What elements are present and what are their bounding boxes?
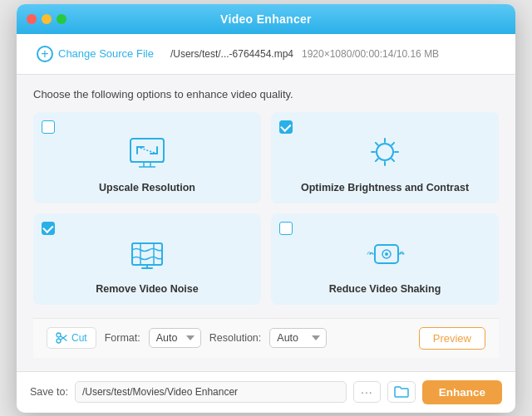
dots-button[interactable]: ··· bbox=[353, 381, 381, 403]
checkbox-noise[interactable] bbox=[42, 222, 55, 235]
brightness-label: Optimize Brightness and Contrast bbox=[301, 182, 469, 193]
change-source-button[interactable]: + Change Source File bbox=[30, 42, 160, 66]
file-path: /Users/test/...-6764454.mp4 bbox=[170, 48, 293, 60]
svg-line-16 bbox=[392, 159, 394, 161]
change-source-label: Change Source File bbox=[58, 47, 154, 60]
titlebar: Video Enhancer bbox=[17, 4, 515, 34]
checkbox-upscale[interactable] bbox=[42, 120, 55, 134]
svg-line-17 bbox=[392, 142, 394, 144]
cut-button[interactable]: Cut bbox=[47, 327, 96, 349]
window-controls bbox=[27, 14, 66, 24]
svg-point-26 bbox=[385, 252, 388, 256]
shaking-label: Reduce Video Shaking bbox=[329, 283, 441, 295]
resolution-select[interactable]: Auto 1080p 720p 480p 360p bbox=[269, 328, 327, 348]
noise-label: Remove Video Noise bbox=[96, 283, 198, 295]
cut-label: Cut bbox=[71, 332, 87, 344]
app-window: Video Enhancer + Change Source File /Use… bbox=[17, 4, 515, 413]
save-path-input[interactable] bbox=[75, 381, 347, 403]
option-upscale: Upscale Resolution bbox=[33, 112, 261, 203]
save-to-label: Save to: bbox=[30, 386, 68, 398]
window-title: Video Enhancer bbox=[220, 12, 312, 26]
checkbox-brightness[interactable] bbox=[279, 120, 293, 134]
option-brightness: Optimize Brightness and Contrast bbox=[271, 112, 499, 203]
close-button[interactable] bbox=[27, 14, 37, 24]
option-noise: Remove Video Noise bbox=[33, 213, 261, 305]
svg-line-15 bbox=[376, 142, 378, 144]
svg-point-28 bbox=[57, 339, 61, 343]
maximize-button[interactable] bbox=[57, 14, 66, 24]
folder-button[interactable] bbox=[387, 381, 416, 403]
main-content: Choose the following options to enhance … bbox=[17, 75, 515, 371]
minimize-button[interactable] bbox=[42, 14, 52, 24]
resolution-label: Resolution: bbox=[209, 332, 262, 344]
bottom-bar: Save to: ··· Enhance bbox=[17, 371, 515, 413]
instruction-text: Choose the following options to enhance … bbox=[33, 88, 499, 100]
upscale-icon bbox=[126, 135, 169, 175]
svg-line-9 bbox=[137, 147, 157, 154]
option-shaking: Reduce Video Shaking bbox=[271, 213, 499, 305]
svg-rect-19 bbox=[132, 243, 162, 265]
format-select[interactable]: Auto MP4 MOV AVI MKV bbox=[149, 328, 201, 348]
preview-button[interactable]: Preview bbox=[419, 327, 485, 350]
enhance-button[interactable]: Enhance bbox=[422, 380, 502, 404]
file-meta: 1920×1080/00:00:14/10.16 MB bbox=[302, 48, 439, 60]
svg-point-27 bbox=[57, 333, 61, 337]
file-info: /Users/test/...-6764454.mp4 1920×1080/00… bbox=[170, 48, 502, 60]
options-grid: Upscale Resolution bbox=[33, 112, 499, 305]
noise-icon bbox=[126, 237, 169, 277]
folder-icon bbox=[394, 385, 409, 399]
checkbox-shaking[interactable] bbox=[279, 222, 293, 235]
svg-line-18 bbox=[376, 159, 378, 161]
scissors-icon bbox=[56, 332, 67, 344]
upscale-label: Upscale Resolution bbox=[99, 182, 195, 193]
plus-circle-icon: + bbox=[37, 46, 53, 62]
format-label: Format: bbox=[105, 332, 140, 344]
toolbar: + Change Source File /Users/test/...-676… bbox=[17, 34, 515, 75]
shaking-icon bbox=[363, 237, 406, 277]
brightness-icon bbox=[363, 135, 406, 175]
footer-bar: Cut Format: Auto MP4 MOV AVI MKV Resolut… bbox=[33, 318, 499, 358]
